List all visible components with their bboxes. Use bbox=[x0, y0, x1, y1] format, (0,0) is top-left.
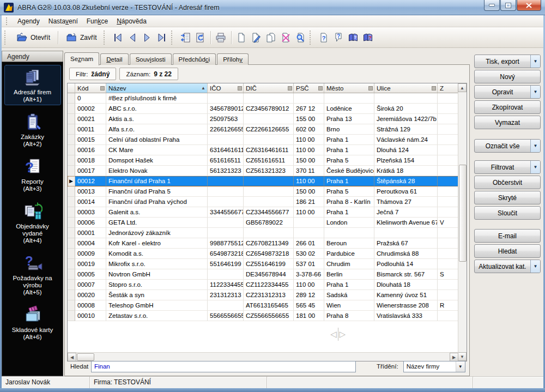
last-record-button[interactable] bbox=[155, 30, 169, 45]
action-vymazat-button[interactable]: Vymazat bbox=[474, 116, 541, 129]
table-row[interactable]: 00018Domspot Hašek651616511CZ65161651115… bbox=[68, 155, 467, 166]
table-row[interactable]: 00010Zetastav s.r.o.5566556655CZ55665566… bbox=[68, 311, 467, 321]
action-tisk-export-button[interactable]: Tisk, export▼ bbox=[474, 55, 541, 68]
search-input[interactable] bbox=[91, 361, 356, 372]
copy-record-button[interactable] bbox=[264, 30, 278, 45]
menu-nastaveni[interactable]: Nastavení bbox=[44, 16, 82, 27]
action-opravit-button[interactable]: Opravit▼ bbox=[474, 85, 541, 99]
dropdown-arrow-icon[interactable]: ▼ bbox=[530, 161, 540, 173]
column-header-dic[interactable]: DIČ bbox=[244, 83, 294, 93]
minimize-button[interactable] bbox=[484, 0, 500, 11]
toolbar-grip[interactable] bbox=[4, 31, 8, 45]
table-row[interactable]: 00006GETA Ltd.GB56789022LondonKlelinwort… bbox=[68, 218, 467, 228]
next-record-button[interactable] bbox=[140, 30, 155, 45]
column-menu-icon[interactable] bbox=[288, 86, 292, 91]
dropdown-arrow-icon[interactable]: ▼ bbox=[530, 140, 540, 152]
transfer-records-button[interactable] bbox=[178, 30, 193, 45]
table-row[interactable]: 00008Teleshop GmbHAT6613165465565 45Wien… bbox=[68, 300, 467, 311]
sidebar-item-objednavky-vydane[interactable]: Objednávky vydané(Alt+4) bbox=[4, 199, 61, 246]
table-row[interactable]: 00009Komodit a.s.6549873218CZ65498732185… bbox=[68, 249, 467, 259]
column-header-nazev[interactable]: Název▲ bbox=[106, 83, 208, 93]
action-skryte-button[interactable]: Skryté bbox=[474, 191, 541, 204]
edit-record-button[interactable] bbox=[249, 30, 264, 45]
column-menu-icon[interactable] bbox=[318, 86, 323, 91]
table-row[interactable]: 00004Kofr Karel - elektro9988775512CZ670… bbox=[68, 238, 467, 249]
column-menu-icon[interactable] bbox=[368, 86, 373, 91]
sidebar-item-adresar-firem[interactable]: Adresář firem(Alt+1) bbox=[4, 65, 61, 105]
menu-funkce[interactable]: Funkce bbox=[82, 16, 112, 27]
sidebar-item-skladove-karty[interactable]: Skladové karty(Alt+6) bbox=[4, 303, 61, 343]
open-agenda-button[interactable]: Otevřít bbox=[11, 30, 55, 45]
sidebar-item-pozadavky-na-vyrobu[interactable]: ?Požadavky na výrobu(Alt+5) bbox=[4, 251, 61, 298]
first-record-button[interactable] bbox=[111, 30, 125, 45]
new-record-button[interactable] bbox=[234, 30, 249, 45]
dropdown-arrow-icon[interactable]: ▼ bbox=[530, 86, 540, 98]
action-obcerstvit-button[interactable]: Občerstvit bbox=[474, 176, 541, 189]
print-button[interactable] bbox=[214, 30, 228, 45]
table-row[interactable]: 00002ABC s.r.o.3456789012CZ3456789012267… bbox=[68, 104, 467, 114]
table-row[interactable]: 0#Bez příslušnosti k firmě bbox=[68, 93, 467, 104]
tab-prilohy[interactable]: Přílohy bbox=[217, 53, 249, 65]
table-row[interactable]: 00005Novtron GmbHDE3456789443-378-66Berl… bbox=[68, 269, 467, 280]
help-book-button[interactable]: ? bbox=[346, 30, 361, 45]
action-zkopirovat-button[interactable]: Zkopírovat bbox=[474, 100, 541, 114]
preview-record-button[interactable] bbox=[293, 30, 308, 45]
filter-box[interactable]: Filtr: žádný bbox=[69, 68, 116, 80]
sidebar-item-reporty[interactable]: ?Reporty(Alt+3) bbox=[4, 154, 61, 195]
table-row[interactable]: 00015Celní úřad oblastní Praha110 00Prah… bbox=[68, 135, 467, 145]
action-hledat-button[interactable]: Hledat bbox=[474, 244, 541, 258]
tab-souvislosti[interactable]: Souvislosti bbox=[130, 53, 172, 65]
table-row[interactable]: ▶00012Finanční úřad Praha 1110 00Praha 1… bbox=[68, 176, 467, 186]
column-header-psc[interactable]: PSČ bbox=[294, 83, 324, 93]
table-row[interactable]: 00019Mikrofix s.r.o.551646199CZ551646199… bbox=[68, 259, 467, 269]
context-help-button[interactable]: ? bbox=[331, 30, 346, 45]
column-menu-icon[interactable] bbox=[238, 86, 242, 91]
table-row[interactable]: 00013Finanční úřad Praha 5150 00Praha 5P… bbox=[68, 186, 467, 197]
column-header-ulice[interactable]: Ulice bbox=[374, 83, 438, 93]
column-header-mesto[interactable]: Město bbox=[324, 83, 374, 93]
menu-agendy[interactable]: Agendy bbox=[13, 16, 44, 27]
tab-predchudci[interactable]: Předchůdci bbox=[173, 53, 216, 65]
column-header-kod[interactable]: Kód bbox=[75, 83, 106, 93]
column-header-z[interactable]: Z bbox=[438, 83, 458, 93]
action-sloucit-button[interactable]: Sloučit bbox=[474, 206, 541, 220]
table-row[interactable]: 00017Elektro Novak561321323CZ56132132337… bbox=[68, 166, 467, 176]
table-row[interactable]: 00007Stopro s.r.o.1122334455CZ1122334455… bbox=[68, 280, 467, 290]
scroll-up-icon[interactable]: ▲ bbox=[458, 83, 467, 92]
maximize-button[interactable] bbox=[500, 0, 516, 11]
column-menu-icon[interactable] bbox=[432, 86, 436, 91]
table-row[interactable]: 00001Jednorázový zákazník bbox=[68, 228, 467, 238]
refresh-records-button[interactable] bbox=[193, 30, 208, 45]
dropdown-arrow-icon[interactable]: ▼ bbox=[530, 55, 540, 68]
table-row[interactable]: 00016CK Mare6316461611CZ6316461611110 00… bbox=[68, 145, 467, 155]
delete-record-button[interactable] bbox=[278, 30, 293, 45]
help-index-button[interactable]: ? bbox=[361, 30, 376, 45]
column-header-ico[interactable]: IČO bbox=[208, 83, 244, 93]
tab-seznam[interactable]: Seznam bbox=[64, 52, 99, 65]
column-splitter-icon[interactable]: ◁▷ bbox=[330, 328, 346, 341]
close-button[interactable] bbox=[517, 0, 541, 11]
dropdown-arrow-icon[interactable]: ▼ bbox=[530, 260, 540, 273]
help-button[interactable]: ? bbox=[317, 30, 331, 45]
action-novy-button[interactable]: Nový bbox=[474, 70, 541, 83]
vertical-scrollbar[interactable]: ▲ ▼ bbox=[458, 83, 467, 361]
column-menu-icon[interactable] bbox=[100, 86, 105, 91]
table-row[interactable]: 00021Aktis a.s.25097563155 00Praha 13Jer… bbox=[68, 114, 467, 124]
menubar-grip[interactable] bbox=[6, 17, 9, 25]
action-aktualizovat-kat-button[interactable]: Aktualizovat kat.▼ bbox=[474, 260, 541, 273]
tab-detail[interactable]: Detail bbox=[100, 53, 128, 65]
record-counter-box[interactable]: Záznam: 9 z 22 bbox=[119, 68, 178, 80]
menu-napoveda[interactable]: Nápověda bbox=[112, 16, 151, 27]
prev-record-button[interactable] bbox=[125, 30, 140, 45]
sidebar-item-zakazky[interactable]: Zakázky(Alt+2) bbox=[4, 110, 61, 150]
action-filtrovat-button[interactable]: Filtrovat▼ bbox=[474, 160, 541, 174]
table-row[interactable]: 00020Šesták a syn231312313CZ231312313289… bbox=[68, 290, 467, 300]
table-row[interactable]: 00014Finanční úřad Praha východ186 21Pra… bbox=[68, 197, 467, 207]
sorting-combobox[interactable]: Název firmy ▼ bbox=[403, 361, 465, 372]
table-row[interactable]: 00011Alfa s.r.o.2266126655CZ226612665560… bbox=[68, 124, 467, 135]
action-oznacit-vse-button[interactable]: Označit vše▼ bbox=[474, 139, 541, 153]
action-e-mail-button[interactable]: E-mail bbox=[474, 229, 541, 243]
table-row[interactable]: 00003Galenit a.s.3344556677CZ33445566771… bbox=[68, 207, 467, 218]
close-agenda-button[interactable]: Zavřít bbox=[61, 30, 102, 45]
vertical-scroll-thumb[interactable] bbox=[459, 165, 467, 262]
